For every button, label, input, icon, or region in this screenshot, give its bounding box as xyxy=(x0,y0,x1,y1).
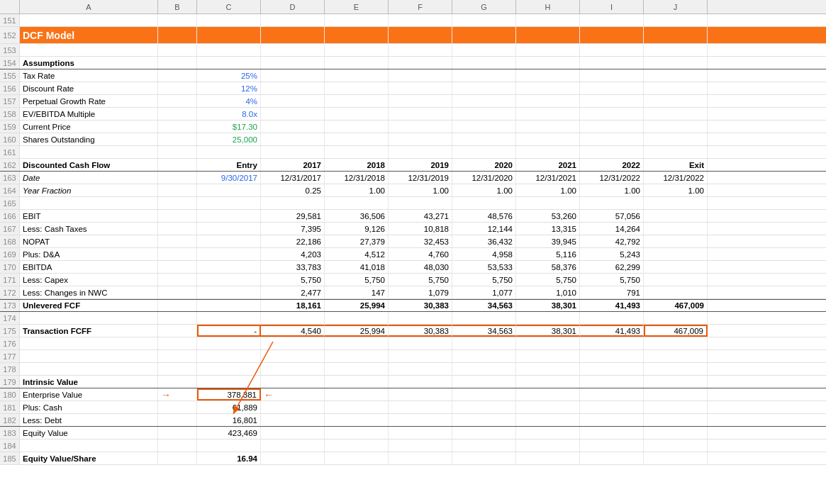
cell-168-f[interactable]: 32,453 xyxy=(389,235,452,247)
cell-153-a[interactable] xyxy=(20,44,158,56)
cell-164-d[interactable]: 0.25 xyxy=(261,184,325,196)
cell-152-dcf-title[interactable]: DCF Model xyxy=(20,27,158,43)
cell-175-j[interactable]: 467,009 xyxy=(644,325,708,337)
cell-153-h[interactable] xyxy=(516,44,580,56)
cell-162-label[interactable]: Discounted Cash Flow xyxy=(20,159,158,171)
cell-153-e[interactable] xyxy=(325,44,389,56)
cell-173-h[interactable]: 38,301 xyxy=(516,300,580,311)
cell-178-f[interactable] xyxy=(389,363,452,375)
cell-176-h[interactable] xyxy=(516,337,580,349)
cell-163-entry-date[interactable]: 9/30/2017 xyxy=(197,172,261,184)
cell-155-h[interactable] xyxy=(516,69,580,82)
cell-156-h[interactable] xyxy=(516,82,580,94)
cell-172-d[interactable]: 2,477 xyxy=(261,286,325,298)
cell-165-f[interactable] xyxy=(389,197,452,209)
cell-154-e[interactable] xyxy=(325,57,389,69)
cell-155-i[interactable] xyxy=(580,69,644,82)
cell-177-j[interactable] xyxy=(644,350,708,362)
cell-156-i[interactable] xyxy=(580,82,644,94)
cell-167-d[interactable]: 7,395 xyxy=(261,223,325,235)
cell-173-c[interactable] xyxy=(197,300,261,311)
cell-164-label[interactable]: Year Fraction xyxy=(20,184,158,196)
cell-153-c[interactable] xyxy=(197,44,261,56)
cell-156-e[interactable] xyxy=(325,82,389,94)
cell-180-d[interactable]: ← xyxy=(261,388,325,401)
cell-155-j[interactable] xyxy=(644,69,708,82)
cell-178-a[interactable] xyxy=(20,363,158,375)
cell-157-d[interactable] xyxy=(261,95,325,107)
cell-182-e[interactable] xyxy=(325,414,389,426)
cell-178-i[interactable] xyxy=(580,363,644,375)
cell-182-label[interactable]: Less: Debt xyxy=(20,414,158,426)
cell-154-i[interactable] xyxy=(580,57,644,69)
cell-178-c[interactable] xyxy=(197,363,261,375)
cell-184-g[interactable] xyxy=(452,439,516,452)
cell-158-i[interactable] xyxy=(580,108,644,120)
col-header-g[interactable]: G xyxy=(452,0,516,13)
cell-152-h[interactable] xyxy=(516,27,580,43)
cell-185-h[interactable] xyxy=(516,452,580,464)
cell-159-d[interactable] xyxy=(261,121,325,133)
cell-152-j[interactable] xyxy=(644,27,708,43)
cell-175-b[interactable] xyxy=(158,325,197,337)
cell-151-a[interactable] xyxy=(20,14,158,26)
cell-184-b[interactable] xyxy=(158,439,197,452)
cell-179-i[interactable] xyxy=(580,376,644,388)
cell-175-c[interactable]: - xyxy=(197,325,261,337)
cell-168-label[interactable]: NOPAT xyxy=(20,235,158,247)
cell-182-d[interactable] xyxy=(261,414,325,426)
cell-180-e[interactable] xyxy=(325,388,389,401)
cell-159-h[interactable] xyxy=(516,121,580,133)
cell-185-f[interactable] xyxy=(389,452,452,464)
cell-156-value[interactable]: 12% xyxy=(197,82,261,94)
cell-173-b[interactable] xyxy=(158,300,197,311)
cell-165-g[interactable] xyxy=(452,197,516,209)
cell-165-i[interactable] xyxy=(580,197,644,209)
cell-171-b[interactable] xyxy=(158,274,197,286)
cell-163-d[interactable]: 12/31/2017 xyxy=(261,172,325,184)
cell-158-label[interactable]: EV/EBITDA Multiple xyxy=(20,108,158,120)
cell-183-value[interactable]: 423,469 xyxy=(197,427,261,439)
cell-151-f[interactable] xyxy=(389,14,452,26)
cell-168-e[interactable]: 27,379 xyxy=(325,235,389,247)
cell-183-d[interactable] xyxy=(261,427,325,439)
cell-154-j[interactable] xyxy=(644,57,708,69)
cell-157-h[interactable] xyxy=(516,95,580,107)
cell-183-label[interactable]: Equity Value xyxy=(20,427,158,439)
cell-156-g[interactable] xyxy=(452,82,516,94)
cell-155-g[interactable] xyxy=(452,69,516,82)
cell-175-i[interactable]: 41,493 xyxy=(580,325,644,337)
cell-164-i[interactable]: 1.00 xyxy=(580,184,644,196)
cell-155-e[interactable] xyxy=(325,69,389,82)
cell-169-c[interactable] xyxy=(197,248,261,260)
cell-169-label[interactable]: Plus: D&A xyxy=(20,248,158,260)
cell-182-f[interactable] xyxy=(389,414,452,426)
cell-169-e[interactable]: 4,512 xyxy=(325,248,389,260)
cell-160-b[interactable] xyxy=(158,133,197,145)
cell-171-label[interactable]: Less: Capex xyxy=(20,274,158,286)
cell-160-g[interactable] xyxy=(452,133,516,145)
cell-153-j[interactable] xyxy=(644,44,708,56)
cell-167-c[interactable] xyxy=(197,223,261,235)
cell-154-c[interactable] xyxy=(197,57,261,69)
cell-163-h[interactable]: 12/31/2021 xyxy=(516,172,580,184)
cell-178-e[interactable] xyxy=(325,363,389,375)
cell-174-j[interactable] xyxy=(644,312,708,324)
cell-151-i[interactable] xyxy=(580,14,644,26)
cell-176-j[interactable] xyxy=(644,337,708,349)
cell-171-i[interactable]: 5,750 xyxy=(580,274,644,286)
cell-179-h[interactable] xyxy=(516,376,580,388)
cell-180-value[interactable]: 378,381 xyxy=(197,388,261,401)
cell-185-d[interactable] xyxy=(261,452,325,464)
cell-167-e[interactable]: 9,126 xyxy=(325,223,389,235)
cell-181-b[interactable] xyxy=(158,401,197,413)
cell-169-d[interactable]: 4,203 xyxy=(261,248,325,260)
cell-171-e[interactable]: 5,750 xyxy=(325,274,389,286)
cell-167-h[interactable]: 13,315 xyxy=(516,223,580,235)
cell-164-f[interactable]: 1.00 xyxy=(389,184,452,196)
cell-169-g[interactable]: 4,958 xyxy=(452,248,516,260)
cell-162-b[interactable] xyxy=(158,159,197,171)
cell-181-e[interactable] xyxy=(325,401,389,413)
cell-166-label[interactable]: EBIT xyxy=(20,210,158,222)
cell-164-c[interactable] xyxy=(197,184,261,196)
